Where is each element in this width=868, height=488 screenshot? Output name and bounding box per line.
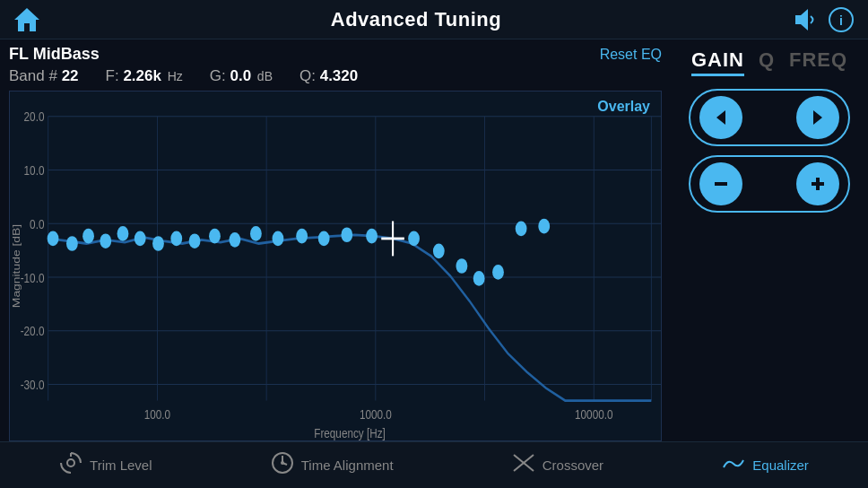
q-value: 4.320 xyxy=(320,67,359,84)
svg-point-38 xyxy=(209,229,221,244)
svg-point-35 xyxy=(152,236,164,251)
speaker-button[interactable] xyxy=(789,4,821,36)
svg-point-40 xyxy=(250,226,262,241)
svg-text:Magnitude [dB]: Magnitude [dB] xyxy=(11,224,22,308)
svg-point-42 xyxy=(296,229,308,244)
minusplus-control xyxy=(689,155,850,213)
nav-trim-level[interactable]: Trim Level xyxy=(59,451,152,480)
header-icons-right: i xyxy=(789,4,857,36)
nav-crossover[interactable]: Crossover xyxy=(512,451,603,480)
svg-point-53 xyxy=(516,221,527,236)
svg-point-50 xyxy=(456,258,468,274)
band-info: Band # 22 F: 2.26k Hz G: 0.0 dB Q: 4.320 xyxy=(9,67,662,85)
svg-point-52 xyxy=(492,265,504,280)
svg-point-60 xyxy=(67,459,74,466)
freq-value: 2.26k xyxy=(123,67,161,84)
time-alignment-icon xyxy=(271,451,294,480)
freq-unit: Hz xyxy=(168,69,183,83)
svg-text:20.0: 20.0 xyxy=(24,109,45,125)
channel-row: FL MidBass Reset EQ xyxy=(9,45,662,64)
tab-freq[interactable]: FREQ xyxy=(789,48,847,76)
svg-text:-10.0: -10.0 xyxy=(21,270,45,285)
tab-gain[interactable]: GAIN xyxy=(691,48,744,76)
svg-point-44 xyxy=(341,227,352,242)
nav-equalizer-label: Equalizer xyxy=(752,458,809,473)
equalizer-icon xyxy=(722,451,745,480)
reset-eq-button[interactable]: Reset EQ xyxy=(600,47,662,63)
right-arrow-button[interactable] xyxy=(796,96,839,139)
svg-point-45 xyxy=(366,229,378,244)
bottom-nav: Trim Level Time Alignment Crossover xyxy=(0,441,868,488)
gain-unit: dB xyxy=(257,69,273,83)
header: Advanced Tuning i xyxy=(0,0,868,39)
svg-point-49 xyxy=(433,243,445,258)
info-button[interactable]: i xyxy=(825,4,857,36)
svg-marker-1 xyxy=(795,9,808,30)
minus-button[interactable] xyxy=(699,162,742,205)
band-label: Band # xyxy=(9,67,57,84)
nav-time-alignment[interactable]: Time Alignment xyxy=(271,451,394,480)
svg-point-39 xyxy=(229,232,240,248)
svg-marker-56 xyxy=(813,110,822,125)
svg-point-30 xyxy=(66,236,78,251)
svg-rect-4 xyxy=(10,92,661,440)
channel-name: FL MidBass xyxy=(9,45,100,64)
right-panel: GAIN Q FREQ xyxy=(671,39,868,441)
nav-equalizer[interactable]: Equalizer xyxy=(722,451,809,480)
gain-value: 0.0 xyxy=(230,67,251,84)
lr-control xyxy=(689,89,850,146)
svg-marker-55 xyxy=(716,110,725,125)
svg-text:Frequency [Hz]: Frequency [Hz] xyxy=(314,426,386,440)
svg-point-48 xyxy=(408,231,420,247)
svg-rect-57 xyxy=(715,182,727,186)
param-tabs: GAIN Q FREQ xyxy=(680,48,859,76)
left-panel: FL MidBass Reset EQ Band # 22 F: 2.26k H… xyxy=(0,39,671,441)
home-button[interactable] xyxy=(11,4,43,36)
svg-text:10000.0: 10000.0 xyxy=(575,407,613,423)
plus-button[interactable] xyxy=(796,162,839,205)
svg-text:-30.0: -30.0 xyxy=(21,378,45,393)
trim-level-icon xyxy=(59,451,82,480)
page-title: Advanced Tuning xyxy=(331,8,501,31)
crossover-icon xyxy=(512,451,535,480)
svg-text:1000.0: 1000.0 xyxy=(360,407,392,423)
svg-rect-59 xyxy=(816,178,820,190)
nav-time-alignment-label: Time Alignment xyxy=(301,458,394,473)
nav-crossover-label: Crossover xyxy=(542,458,603,473)
svg-point-34 xyxy=(135,231,146,247)
svg-marker-0 xyxy=(14,8,39,31)
nav-trim-level-label: Trim Level xyxy=(90,458,152,473)
svg-text:100.0: 100.0 xyxy=(144,407,171,423)
svg-text:i: i xyxy=(839,13,843,28)
svg-text:10.0: 10.0 xyxy=(24,163,45,179)
svg-point-65 xyxy=(281,461,284,465)
svg-point-36 xyxy=(170,231,182,247)
svg-point-31 xyxy=(82,229,94,244)
svg-point-29 xyxy=(48,231,59,247)
main-area: FL MidBass Reset EQ Band # 22 F: 2.26k H… xyxy=(0,39,868,441)
left-arrow-button[interactable] xyxy=(699,96,742,139)
eq-chart[interactable]: 20.0 10.0 0.0 -10.0 -20.0 -30.0 100.0 10… xyxy=(9,91,662,441)
svg-point-43 xyxy=(318,231,330,247)
svg-point-37 xyxy=(189,233,201,248)
gain-label: G: xyxy=(210,67,226,84)
q-label: Q: xyxy=(299,67,316,84)
band-value: 22 xyxy=(62,67,79,84)
freq-label: F: xyxy=(106,67,119,84)
tab-q[interactable]: Q xyxy=(759,48,775,76)
svg-point-41 xyxy=(273,231,284,247)
svg-point-54 xyxy=(538,219,550,234)
svg-text:-20.0: -20.0 xyxy=(21,324,45,339)
svg-point-32 xyxy=(100,233,111,248)
svg-point-33 xyxy=(117,226,129,241)
svg-point-51 xyxy=(473,271,485,286)
overlay-label: Overlay xyxy=(597,99,650,115)
svg-text:0.0: 0.0 xyxy=(30,216,45,231)
